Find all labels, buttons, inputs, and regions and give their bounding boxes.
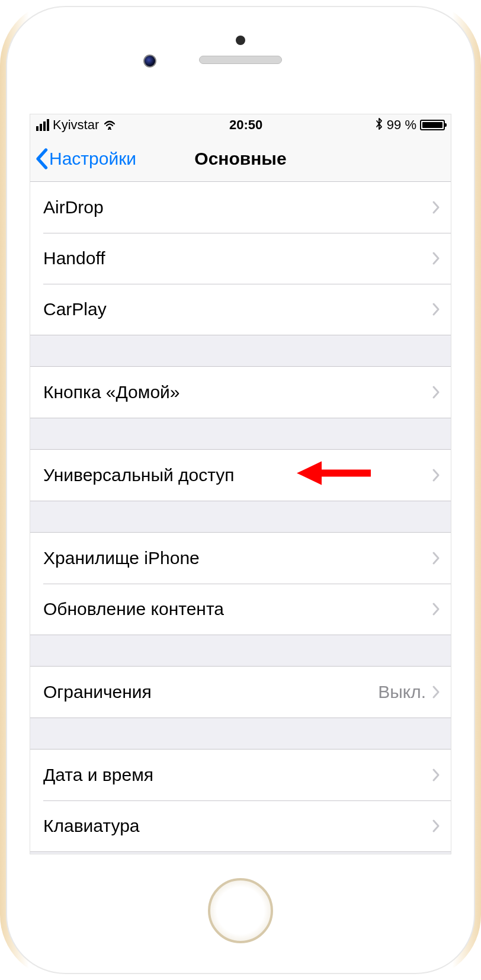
battery-icon	[420, 120, 445, 130]
back-label: Настройки	[49, 149, 136, 169]
status-bar: Kyivstar 20:50 99 %	[30, 114, 451, 136]
wifi-icon	[102, 118, 117, 133]
cellular-signal-icon	[36, 119, 49, 131]
earpiece-speaker	[199, 56, 282, 64]
row-label: Хранилище iPhone	[43, 548, 432, 568]
settings-row-date-time[interactable]: Дата и время	[30, 750, 451, 800]
chevron-right-icon	[432, 200, 440, 214]
settings-row-background-refresh[interactable]: Обновление контента	[30, 584, 451, 635]
chevron-right-icon	[432, 685, 440, 699]
row-label: Обновление контента	[43, 599, 432, 619]
chevron-right-icon	[432, 302, 440, 316]
clock: 20:50	[229, 117, 262, 133]
settings-row-iphone-storage[interactable]: Хранилище iPhone	[30, 533, 451, 584]
svg-point-0	[108, 126, 111, 129]
row-label: Клавиатура	[43, 816, 432, 836]
chevron-right-icon	[432, 768, 440, 782]
row-label: Универсальный доступ	[43, 465, 432, 485]
row-label: CarPlay	[43, 299, 432, 319]
settings-row-airdrop[interactable]: AirDrop	[30, 182, 451, 233]
home-button-hardware[interactable]	[208, 878, 273, 943]
chevron-right-icon	[432, 385, 440, 399]
chevron-left-icon	[35, 148, 48, 169]
phone-top-hardware	[7, 7, 474, 114]
row-label: Ограничения	[43, 682, 378, 702]
battery-percent: 99 %	[387, 117, 416, 133]
chevron-right-icon	[432, 468, 440, 482]
settings-group: Кнопка «Домой»	[30, 366, 451, 418]
settings-group: Дата и времяКлавиатура	[30, 749, 451, 852]
row-label: Кнопка «Домой»	[43, 382, 432, 402]
settings-row-keyboard[interactable]: Клавиатура	[30, 800, 451, 851]
carrier-label: Kyivstar	[53, 117, 99, 133]
chevron-right-icon	[432, 602, 440, 616]
row-value: Выкл.	[378, 682, 426, 702]
settings-row-carplay[interactable]: CarPlay	[30, 284, 451, 335]
settings-row-handoff[interactable]: Handoff	[30, 233, 451, 284]
chevron-right-icon	[432, 819, 440, 833]
settings-group: Универсальный доступ	[30, 449, 451, 501]
row-label: Дата и время	[43, 765, 432, 785]
row-label: Handoff	[43, 248, 432, 268]
front-camera	[143, 55, 156, 68]
proximity-sensor	[236, 36, 245, 45]
back-button[interactable]: Настройки	[35, 148, 136, 169]
chevron-right-icon	[432, 251, 440, 265]
settings-row-home-button[interactable]: Кнопка «Домой»	[30, 367, 451, 418]
settings-group: ОграниченияВыкл.	[30, 666, 451, 718]
page-title: Основные	[194, 149, 286, 169]
settings-row-restrictions[interactable]: ОграниченияВыкл.	[30, 667, 451, 718]
settings-group: AirDropHandoffCarPlay	[30, 182, 451, 335]
settings-list[interactable]: AirDropHandoffCarPlayКнопка «Домой»Униве…	[30, 182, 451, 852]
row-label: AirDrop	[43, 197, 432, 217]
bluetooth-icon	[375, 117, 383, 133]
phone-frame: Kyivstar 20:50 99 % Настройки	[0, 0, 481, 980]
navigation-bar: Настройки Основные	[30, 136, 451, 182]
screen: Kyivstar 20:50 99 % Настройки	[30, 114, 451, 854]
settings-group: Хранилище iPhoneОбновление контента	[30, 532, 451, 635]
chevron-right-icon	[432, 551, 440, 565]
phone-body: Kyivstar 20:50 99 % Настройки	[6, 6, 475, 974]
settings-row-accessibility[interactable]: Универсальный доступ	[30, 450, 451, 501]
